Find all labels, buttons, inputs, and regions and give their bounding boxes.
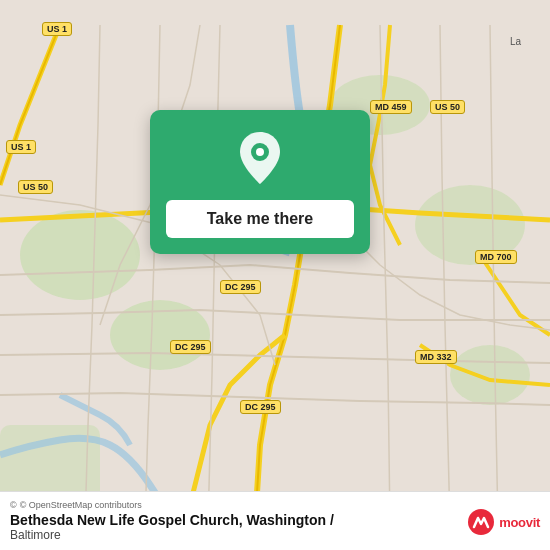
road-label-us1-top: US 1 <box>42 22 72 36</box>
svg-point-1 <box>20 210 140 300</box>
location-card: Take me there <box>150 110 370 254</box>
attribution: © © OpenStreetMap contributors <box>10 500 540 510</box>
road-label-md332: MD 332 <box>415 350 457 364</box>
location-sub: Baltimore <box>10 528 334 542</box>
road-label-us50-right: US 50 <box>430 100 465 114</box>
map-background: La <box>0 0 550 550</box>
road-label-md700: MD 700 <box>475 250 517 264</box>
road-label-us50: US 50 <box>18 180 53 194</box>
bottom-bar: © © OpenStreetMap contributors Bethesda … <box>0 491 550 550</box>
take-me-there-button[interactable]: Take me there <box>166 200 354 238</box>
svg-text:La: La <box>510 36 522 47</box>
location-name: Bethesda New Life Gospel Church, Washing… <box>10 512 334 528</box>
road-label-md459: MD 459 <box>370 100 412 114</box>
svg-point-5 <box>450 345 530 405</box>
moovit-icon <box>467 508 495 536</box>
road-label-dc295-2: DC 295 <box>170 340 211 354</box>
road-label-dc295-3: DC 295 <box>240 400 281 414</box>
pin-icon <box>230 128 290 188</box>
moovit-logo: moovit <box>467 508 540 536</box>
openstreetmap-link[interactable]: © OpenStreetMap contributors <box>20 500 142 510</box>
svg-point-10 <box>256 148 264 156</box>
map-container: La US 1 US 1 US 50 US 50 MD 459 DC 295 D… <box>0 0 550 550</box>
copyright-symbol: © <box>10 500 17 510</box>
road-label-us1-left: US 1 <box>6 140 36 154</box>
moovit-text: moovit <box>499 515 540 530</box>
road-label-dc295-1: DC 295 <box>220 280 261 294</box>
